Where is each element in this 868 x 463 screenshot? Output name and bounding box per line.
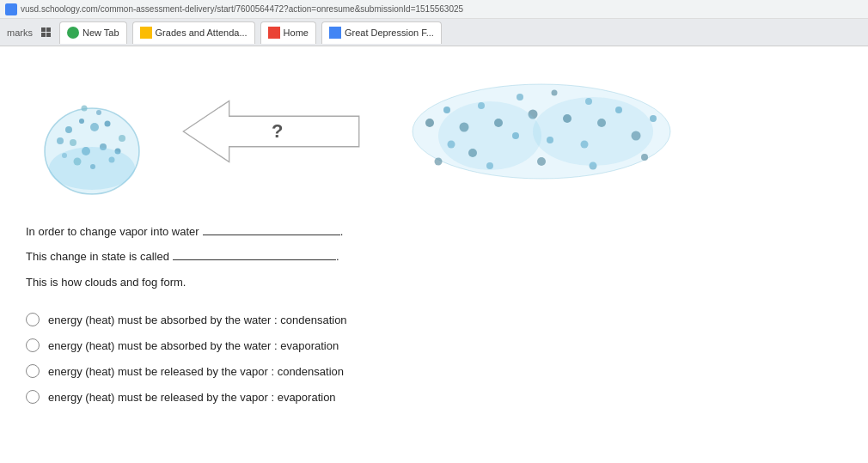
svg-point-42 [552, 90, 558, 96]
marks-label: marks [7, 27, 33, 38]
option-a[interactable]: energy (heat) must be absorbed by the wa… [26, 313, 842, 326]
grades-label: Grades and Attenda... [156, 27, 248, 38]
svg-point-38 [537, 157, 546, 166]
tab-bar: marks New Tab Grades and Attenda... Home… [0, 19, 868, 46]
great-depression-label: Great Depression F... [345, 27, 434, 38]
question-text: In order to change vapor into water. Thi… [26, 222, 842, 306]
question-line-1: In order to change vapor into water. [26, 222, 842, 241]
grid-icon [41, 27, 51, 37]
radio-d[interactable] [26, 390, 40, 404]
url-text: vusd.schoology.com/common-assessment-del… [21, 4, 863, 14]
question-line-3: This is how clouds and fog form. [26, 272, 842, 292]
tab-grades[interactable]: Grades and Attenda... [132, 21, 255, 44]
svg-point-16 [82, 105, 88, 111]
radio-a[interactable] [26, 313, 40, 326]
option-c[interactable]: energy (heat) must be released by the va… [26, 364, 842, 378]
great-depression-icon [329, 27, 341, 39]
arrow-question-mark: ? [272, 120, 283, 143]
svg-point-41 [517, 94, 523, 101]
blank-2 [173, 259, 336, 260]
question-line-2: This change in state is called. [26, 247, 842, 266]
diagram-area: ? [26, 58, 842, 204]
svg-point-35 [650, 115, 657, 122]
vapor-cloud-image [404, 76, 679, 187]
blank-1 [203, 235, 340, 235]
arrow-diagram: ? [163, 88, 387, 174]
browser-address-bar: vusd.schoology.com/common-assessment-del… [0, 0, 868, 19]
option-b-text: energy (heat) must be absorbed by the wa… [48, 339, 339, 352]
radio-b[interactable] [26, 338, 40, 352]
svg-point-15 [96, 110, 101, 115]
svg-point-12 [119, 135, 125, 142]
svg-point-4 [105, 120, 111, 126]
svg-point-40 [641, 154, 648, 161]
main-content: ? [0, 46, 868, 428]
option-a-text: energy (heat) must be absorbed by the wa… [48, 314, 347, 326]
water-droplets-image [26, 65, 163, 198]
left-arrow: ? [172, 97, 378, 166]
tab-new-tab[interactable]: New Tab [59, 21, 127, 44]
svg-point-14 [57, 137, 64, 144]
svg-point-21 [443, 107, 450, 113]
tab-great-depression[interactable]: Great Depression F... [321, 21, 442, 44]
radio-c[interactable] [26, 364, 40, 378]
new-tab-label: New Tab [83, 27, 119, 38]
svg-point-36 [435, 158, 443, 166]
option-c-text: energy (heat) must be released by the va… [48, 365, 344, 378]
home-label: Home [284, 27, 309, 38]
svg-point-3 [90, 123, 99, 131]
tab-home[interactable]: Home [260, 21, 316, 44]
svg-point-44 [438, 101, 541, 170]
option-d[interactable]: energy (heat) must be released by the va… [26, 390, 842, 404]
svg-point-20 [425, 119, 434, 127]
new-tab-icon [67, 27, 79, 39]
svg-point-2 [79, 119, 84, 124]
favicon-icon [5, 3, 17, 15]
home-icon [268, 27, 280, 39]
svg-point-17 [49, 147, 135, 190]
svg-point-45 [533, 97, 653, 166]
grades-icon [140, 27, 152, 39]
svg-point-5 [70, 139, 76, 146]
svg-point-1 [65, 126, 72, 133]
answer-options: energy (heat) must be absorbed by the wa… [26, 313, 842, 404]
option-b[interactable]: energy (heat) must be absorbed by the wa… [26, 338, 842, 352]
option-d-text: energy (heat) must be released by the va… [48, 391, 336, 404]
